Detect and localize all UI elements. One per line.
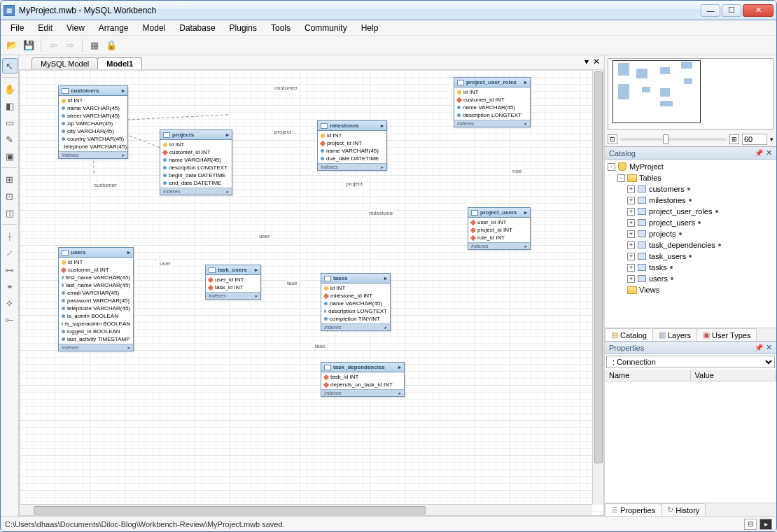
tab-mysql-model[interactable]: MySQL Model (31, 57, 98, 69)
chevron-icon[interactable]: ▸ (398, 364, 401, 370)
save-icon[interactable]: 💾 (22, 38, 36, 52)
zoom-slider[interactable] (620, 138, 727, 141)
tab-close-icon[interactable]: ✕ (593, 57, 600, 66)
tool-note-icon[interactable]: ✎ (2, 132, 18, 147)
er-table-project_users[interactable]: project_users ▸ user_id INTproject_id IN… (468, 207, 531, 250)
er-indexes-footer[interactable]: Indexes▸ (206, 292, 260, 299)
er-table-header[interactable]: project_user_roles ▸ (454, 78, 530, 88)
menu-plugins[interactable]: Plugins (223, 22, 264, 34)
tree-expand-icon[interactable]: + (627, 186, 635, 193)
er-table-project_user_roles[interactable]: project_user_roles ▸ id INTcustomer_id I… (454, 77, 531, 127)
zoom-100-icon[interactable]: ⊞ (729, 134, 739, 144)
chevron-icon[interactable]: ▸ (255, 267, 258, 273)
status-output-icon[interactable]: ⊟ (744, 519, 757, 530)
chevron-icon[interactable]: ▸ (127, 249, 130, 255)
chevron-icon[interactable]: ▸ (524, 79, 527, 85)
back-icon[interactable]: ⇦ (46, 38, 60, 52)
overview-navigator[interactable] (608, 58, 774, 130)
history-tab[interactable]: ↻History (661, 503, 706, 516)
tree-expand-icon[interactable]: + (627, 208, 635, 216)
er-table-projects[interactable]: projects ▸ id INTcustomer_id INTname VAR… (160, 130, 232, 195)
horizontal-scrollbar[interactable] (20, 504, 592, 515)
menu-arrange[interactable]: Arrange (92, 22, 136, 34)
er-table-customers[interactable]: customers ▸ id INTname VARCHAR(45)street… (58, 85, 128, 159)
forward-icon[interactable]: ⇨ (63, 38, 77, 52)
pin-icon[interactable]: 📌 (755, 149, 763, 157)
pin-icon[interactable]: 📌 (755, 344, 763, 351)
tree-row[interactable]: + tasks (606, 262, 775, 273)
tree-row[interactable]: + task_dependencies (606, 239, 775, 251)
menu-tools[interactable]: Tools (264, 22, 298, 34)
catalog-tab[interactable]: ▤Catalog (605, 328, 653, 341)
er-indexes-footer[interactable]: Indexes▸ (318, 163, 386, 170)
er-table-header[interactable]: milestones ▸ (318, 121, 386, 131)
eer-canvas[interactable]: customers ▸ id INTname VARCHAR(45)street… (19, 69, 604, 516)
tab-model1[interactable]: Model1 (97, 57, 142, 69)
er-table-task_dependencies[interactable]: task_dependencies ▸ task_id INTdepends_o… (321, 362, 405, 397)
chevron-icon[interactable]: ▸ (384, 275, 387, 281)
tool-hand-icon[interactable]: ✋ (2, 81, 18, 97)
er-indexes-footer[interactable]: Indexes▸ (160, 188, 232, 195)
minimize-button[interactable]: — (701, 4, 720, 17)
panel-close-icon[interactable]: ✕ (766, 343, 772, 352)
chevron-icon[interactable]: ▸ (122, 88, 125, 94)
er-indexes-footer[interactable]: Indexes▸ (468, 242, 530, 249)
er-indexes-footer[interactable]: Indexes▸ (321, 323, 390, 330)
tree-expand-icon[interactable]: + (627, 230, 635, 238)
zoom-dropdown-icon[interactable]: ▾ (770, 136, 774, 143)
open-icon[interactable]: 📂 (5, 38, 19, 52)
tab-dropdown-icon[interactable]: ▾ (584, 57, 589, 66)
catalog-tree[interactable]: - MyProject - Tables + customers + miles… (605, 160, 776, 328)
properties-object-select[interactable]: : Connection (606, 356, 775, 368)
tree-expand-icon[interactable]: - (617, 174, 625, 182)
maximize-button[interactable]: ☐ (722, 4, 741, 17)
er-table-users[interactable]: users ▸ id INTcustomer_id INTfirst_name … (58, 247, 134, 351)
tree-expand-icon[interactable]: + (627, 253, 635, 260)
er-table-tasks[interactable]: tasks ▸ id INTmilestone_id INTname VARCH… (321, 273, 391, 331)
menu-database[interactable]: Database (172, 22, 222, 34)
menu-community[interactable]: Community (298, 22, 354, 34)
tree-row[interactable]: - MyProject (606, 161, 775, 172)
tool-table-icon[interactable]: ⊞ (2, 172, 18, 187)
user-types-tab[interactable]: ▣User Types (696, 328, 757, 341)
tree-expand-icon[interactable]: + (627, 264, 635, 272)
status-console-icon[interactable]: ▸ (760, 519, 772, 530)
lock-icon[interactable]: 🔒 (104, 38, 118, 52)
zoom-fit-icon[interactable]: ⊡ (608, 134, 617, 144)
tool-rel-1-n-icon[interactable]: ⧞ (2, 279, 18, 294)
tree-row[interactable]: + projects (606, 228, 775, 239)
er-indexes-footer[interactable]: Indexes▸ (321, 389, 404, 396)
menu-view[interactable]: View (59, 22, 92, 34)
properties-tab[interactable]: ☰Properties (605, 503, 662, 516)
tool-pointer-icon[interactable]: ↖ (2, 58, 18, 74)
tree-expand-icon[interactable]: + (627, 275, 635, 283)
er-indexes-footer[interactable]: Indexes▸ (454, 120, 530, 127)
menu-model[interactable]: Model (136, 22, 173, 34)
er-table-header[interactable]: project_users ▸ (468, 208, 530, 218)
tree-row[interactable]: + project_user_roles (606, 206, 775, 217)
chevron-icon[interactable]: ▸ (381, 122, 384, 129)
er-table-header[interactable]: task_users ▸ (206, 265, 260, 275)
er-table-header[interactable]: tasks ▸ (321, 274, 390, 284)
zoom-input[interactable] (742, 134, 767, 145)
tool-rel-existing-icon[interactable]: ⟜ (2, 312, 18, 328)
er-table-header[interactable]: projects ▸ (160, 130, 232, 140)
close-button[interactable]: ✕ (743, 4, 774, 17)
vertical-scrollbar[interactable] (592, 70, 603, 504)
tool-view-icon[interactable]: ⊡ (2, 188, 18, 204)
tree-expand-icon[interactable]: + (627, 197, 635, 204)
tree-row[interactable]: - Tables (606, 172, 775, 183)
er-table-task_users[interactable]: task_users ▸ user_id INTtask_id INT Inde… (205, 265, 261, 300)
menu-help[interactable]: Help (354, 22, 386, 34)
tool-rel-1-1-non-icon[interactable]: ⟊ (2, 228, 18, 244)
chevron-icon[interactable]: ▸ (524, 209, 527, 216)
er-table-header[interactable]: users ▸ (59, 248, 133, 258)
tree-row[interactable]: Views (606, 284, 775, 295)
tree-expand-icon[interactable]: + (627, 241, 635, 249)
tree-row[interactable]: + users (606, 273, 775, 284)
er-table-milestones[interactable]: milestones ▸ id INTproject_id INTname VA… (317, 120, 387, 171)
menu-edit[interactable]: Edit (31, 22, 59, 34)
tree-expand-icon[interactable]: + (627, 219, 635, 227)
tool-eraser-icon[interactable]: ◧ (2, 98, 18, 113)
grid-icon[interactable]: ▦ (88, 38, 102, 52)
